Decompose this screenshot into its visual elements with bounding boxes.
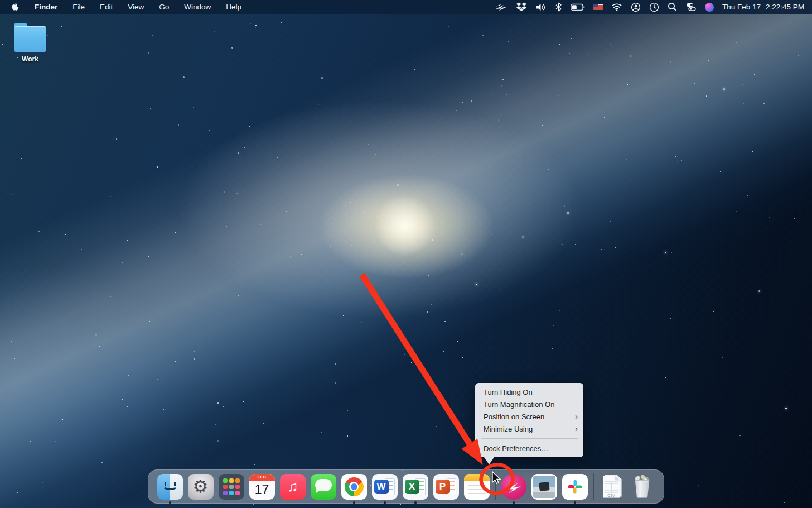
menu-pointer-tail [484,457,494,464]
dock-item-excel[interactable]: X [403,474,428,500]
dock-item-powerpoint[interactable]: P [433,474,459,500]
menu-item-position-on-screen[interactable]: Position on Screen › [475,410,583,423]
wallpaper-stars [0,0,812,508]
powerpoint-icon: P [433,474,459,500]
chrome-icon [341,474,367,500]
wifi-icon[interactable] [611,2,622,13]
menu-separator [481,438,578,439]
dock-item-music[interactable]: ♫ [280,474,306,500]
menu-item-dock-preferences[interactable]: Dock Preferences… [475,442,583,454]
dock-item-calendar[interactable]: FEB 17 [249,474,275,500]
menu-item-turn-magnification-on[interactable]: Turn Magnification On [475,398,583,410]
word-icon: W [372,474,398,500]
image-preview-icon [531,474,557,500]
system-preferences-gear-icon: ⚙ [188,474,214,500]
menu-help[interactable]: Help [226,3,241,11]
dock-separator [495,473,496,500]
dock-item-launchpad[interactable] [219,474,244,500]
dock-item-spark-mail[interactable] [501,474,526,500]
running-indicator [574,501,577,504]
running-indicator [513,501,515,504]
apple-menu-icon[interactable] [11,2,20,12]
spotlight-search-icon[interactable] [668,2,677,13]
submenu-chevron-icon: › [575,412,578,420]
bluetooth-icon[interactable] [555,2,562,13]
menu-go[interactable]: Go [159,3,169,11]
trash-full-icon [630,474,655,500]
control-center-icon[interactable] [685,2,697,13]
running-indicator [353,501,356,504]
battery-icon[interactable] [571,2,585,13]
desktop-screen: Finder File Edit View Go Window Help [0,0,812,508]
dock-item-csv-documents[interactable]: CSV [599,474,625,500]
menu-item-turn-hiding-on[interactable]: Turn Hiding On [475,386,583,398]
finder-icon [157,474,183,500]
menu-edit[interactable]: Edit [100,3,113,11]
menubar-time: 2:22:45 PM [766,3,804,11]
menu-view[interactable]: View [128,3,144,11]
running-indicator [384,501,386,504]
menubar-clock[interactable]: Thu Feb 17 2:22:45 PM [722,3,804,11]
launchpad-icon [219,474,244,500]
menu-item-minimize-using[interactable]: Minimize Using › [475,423,583,435]
notes-icon [464,474,490,500]
dock-item-chrome[interactable] [341,474,367,500]
menu-window[interactable]: Window [184,3,211,11]
dock-item-notes[interactable] [464,474,490,500]
menubar-app-name[interactable]: Finder [35,3,57,11]
dock-context-menu: Turn Hiding On Turn Magnification On Pos… [475,383,583,457]
spark-bird-icon[interactable] [495,2,508,13]
dock-item-slack[interactable] [562,474,588,500]
dock-item-word[interactable]: W [372,474,398,500]
recents-clock-icon[interactable] [649,2,659,13]
menu-file[interactable]: File [72,3,85,11]
dock-item-messages[interactable] [311,474,336,500]
desktop-folder-work[interactable]: Work [8,22,52,63]
dock-item-image-preview[interactable] [531,474,557,500]
menu-bar: Finder File Edit View Go Window Help [0,0,812,14]
dock: ⚙ FEB 17 ♫ W [148,469,664,504]
dock-item-finder[interactable] [157,474,183,500]
dock-item-system-preferences[interactable]: ⚙ [188,474,214,500]
folder-label: Work [8,55,52,63]
siri-icon[interactable] [705,2,714,13]
submenu-chevron-icon: › [575,424,578,433]
running-indicator [414,501,417,504]
csv-documents-icon: CSV [599,474,625,500]
music-note-icon: ♫ [280,474,306,500]
spark-bird-app-icon [501,474,526,500]
dock-separator [593,473,594,500]
messages-bubble-icon [311,474,336,500]
volume-icon[interactable] [535,2,547,13]
dropbox-icon[interactable] [516,2,527,13]
slack-icon [562,474,588,500]
excel-icon: X [403,474,428,500]
calendar-icon: FEB 17 [249,474,275,500]
menubar-date: Thu Feb 17 [722,3,761,11]
dock-item-trash[interactable] [630,474,655,500]
input-source-us-flag-icon[interactable] [593,2,603,13]
user-account-icon[interactable] [631,2,641,13]
folder-icon [13,22,47,54]
running-indicator [169,501,172,504]
